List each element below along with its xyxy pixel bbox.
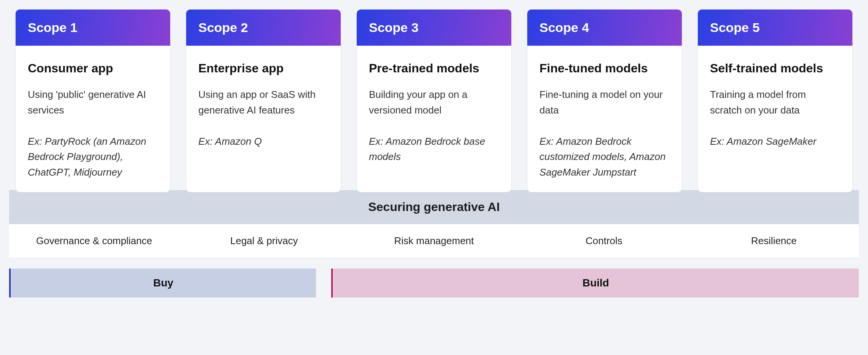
scope-card-4: Scope 4 Fine-tuned models Fine-tuning a … — [527, 9, 682, 192]
pillars-row: Governance & compliance Legal & privacy … — [9, 224, 859, 258]
scope-card-body: Fine-tuned models Fine-tuning a model on… — [527, 46, 682, 192]
scope-card-1: Scope 1 Consumer app Using 'public' gene… — [15, 9, 171, 192]
diagram-root: Scope 1 Consumer app Using 'public' gene… — [9, 9, 859, 297]
scope-card-header: Scope 5 — [698, 10, 852, 46]
scope-card-title: Self-trained models — [710, 61, 840, 75]
pillar-controls: Controls — [519, 224, 689, 257]
scope-card-example: Ex: Amazon Q — [198, 134, 329, 149]
scope-card-header: Scope 3 — [357, 10, 511, 46]
buy-build-row: Buy Build — [9, 269, 859, 297]
scope-card-example: Ex: PartyRock (an Amazon Bedrock Playgro… — [28, 134, 158, 180]
scope-card-5: Scope 5 Self-trained models Training a m… — [697, 9, 853, 192]
pillar-legal: Legal & privacy — [179, 224, 349, 257]
scope-card-example: Ex: Amazon Bedrock customized models, Am… — [539, 134, 670, 180]
scope-card-body: Enterprise app Using an app or SaaS with… — [186, 46, 341, 192]
scope-card-2: Scope 2 Enterprise app Using an app or S… — [186, 9, 341, 192]
scope-card-example: Ex: Amazon SageMaker — [710, 134, 840, 149]
scope-card-desc: Using 'public' generative AI services — [28, 87, 158, 118]
spacing — [9, 258, 859, 269]
scope-card-desc: Training a model from scratch on your da… — [710, 87, 840, 118]
scope-cards-row: Scope 1 Consumer app Using 'public' gene… — [9, 9, 859, 192]
scope-card-desc: Building your app on a versioned model — [369, 87, 499, 118]
scope-card-header: Scope 2 — [186, 10, 341, 46]
pillar-governance: Governance & compliance — [9, 224, 179, 257]
securing-title-band: Securing generative AI — [9, 190, 859, 224]
scope-card-body: Pre-trained models Building your app on … — [357, 46, 511, 192]
scope-card-example: Ex: Amazon Bedrock base models — [369, 134, 499, 165]
scope-card-body: Consumer app Using 'public' generative A… — [16, 46, 170, 192]
pillar-risk: Risk management — [349, 224, 519, 257]
scope-card-header: Scope 4 — [527, 10, 682, 46]
scope-card-body: Self-trained models Training a model fro… — [698, 46, 852, 192]
scope-card-3: Scope 3 Pre-trained models Building your… — [356, 9, 512, 192]
scope-card-desc: Fine-tuning a model on your data — [539, 87, 670, 118]
scope-card-title: Consumer app — [28, 61, 158, 75]
build-category-bar: Build — [331, 269, 859, 297]
scope-card-desc: Using an app or SaaS with generative AI … — [198, 87, 329, 118]
scope-card-header: Scope 1 — [16, 10, 170, 46]
scope-card-title: Pre-trained models — [369, 61, 499, 75]
scope-card-title: Fine-tuned models — [539, 61, 670, 75]
buy-category-bar: Buy — [9, 269, 316, 297]
scope-card-title: Enterprise app — [198, 61, 329, 75]
pillar-resilience: Resilience — [689, 224, 859, 257]
